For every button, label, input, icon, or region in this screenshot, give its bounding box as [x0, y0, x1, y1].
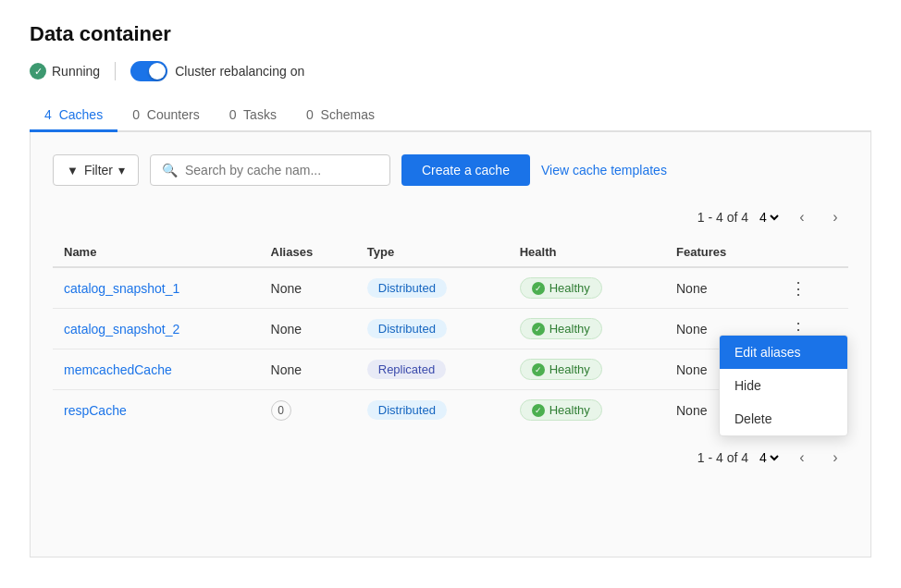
- filter-chevron-icon: ▾: [118, 163, 125, 178]
- cell-name-4: respCache: [53, 390, 260, 431]
- cell-health-1: ✓ Healthy: [509, 267, 665, 309]
- filter-label: Filter: [84, 163, 113, 178]
- cell-type-2: Distributed: [356, 309, 509, 349]
- tab-counters-count: 0: [132, 107, 140, 122]
- status-divider: [115, 62, 116, 80]
- health-badge-1: ✓ Healthy: [520, 277, 602, 299]
- pagination-bottom: 1 - 4 of 4 4 ‹ ›: [53, 445, 848, 471]
- page-size-select-bottom[interactable]: 4: [756, 449, 782, 466]
- cell-type-1: Distributed: [356, 267, 509, 309]
- cell-aliases-1: None: [260, 267, 356, 309]
- cache-table: Name Aliases Type Health Features catalo…: [53, 238, 848, 430]
- cell-features-1: None: [665, 267, 773, 309]
- running-icon: ✓: [30, 63, 46, 80]
- more-actions-btn-1[interactable]: ⋮: [784, 278, 812, 299]
- col-aliases: Aliases: [260, 238, 356, 267]
- search-icon: 🔍: [162, 163, 178, 178]
- tab-tasks-count: 0: [229, 107, 237, 122]
- type-badge-3: Replicated: [367, 360, 446, 379]
- col-name: Name: [53, 238, 260, 267]
- toggle-knob: [149, 63, 166, 80]
- tab-counters-label: Counters: [147, 107, 200, 122]
- filter-icon: ▼: [67, 164, 79, 178]
- type-badge-2: Distributed: [367, 319, 447, 338]
- cell-aliases-3: None: [260, 349, 356, 390]
- tab-counters[interactable]: 0 Counters: [117, 100, 215, 132]
- page-select-top[interactable]: 4: [756, 209, 782, 226]
- cell-actions-2: ⋮ Edit aliases Hide Delete: [773, 309, 848, 349]
- context-menu-edit-aliases[interactable]: Edit aliases: [720, 336, 847, 369]
- cell-type-3: Replicated: [356, 349, 509, 390]
- cell-type-4: Distributed: [356, 390, 509, 431]
- tab-caches[interactable]: 4 Caches: [30, 100, 117, 132]
- cluster-toggle[interactable]: [130, 61, 167, 81]
- health-icon-2: ✓: [532, 323, 545, 336]
- col-features: Features: [665, 238, 773, 267]
- col-health: Health: [509, 238, 665, 267]
- cache-table-wrapper: Name Aliases Type Health Features catalo…: [53, 238, 848, 430]
- view-templates-button[interactable]: View cache templates: [541, 163, 667, 178]
- next-page-btn-bottom[interactable]: ›: [822, 445, 848, 471]
- table-row: catalog_snapshot_1 None Distributed ✓ He…: [53, 267, 848, 309]
- health-badge-3: ✓ Healthy: [520, 359, 602, 380]
- toolbar: ▼ Filter ▾ 🔍 Create a cache View cache t…: [53, 154, 848, 186]
- tabs-bar: 4 Caches 0 Counters 0 Tasks 0 Schemas: [30, 100, 871, 132]
- content-area: ▼ Filter ▾ 🔍 Create a cache View cache t…: [30, 132, 871, 557]
- pagination-label-bottom: 1 - 4 of 4: [697, 450, 748, 465]
- cell-health-3: ✓ Healthy: [509, 349, 665, 390]
- cluster-rebalancing: Cluster rebalancing on: [130, 61, 304, 81]
- context-menu: Edit aliases Hide Delete: [719, 335, 848, 436]
- type-badge-1: Distributed: [367, 278, 447, 298]
- cell-aliases-4: 0: [260, 390, 356, 431]
- cell-actions-1: ⋮: [773, 267, 848, 309]
- page-title: Data container: [30, 22, 871, 46]
- cluster-label-text: Cluster rebalancing on: [175, 64, 304, 79]
- search-box: 🔍: [150, 154, 390, 186]
- next-page-btn-top[interactable]: ›: [822, 204, 848, 230]
- health-icon-1: ✓: [532, 282, 545, 295]
- page-container: Data container ✓ Running Cluster rebalan…: [0, 0, 901, 588]
- cell-aliases-2: None: [260, 309, 356, 349]
- cell-name-3: memcachedCache: [53, 349, 260, 390]
- alias-badge-4: 0: [271, 400, 291, 421]
- cell-health-2: ✓ Healthy: [509, 309, 665, 349]
- running-label: Running: [52, 64, 100, 79]
- health-badge-2: ✓ Healthy: [520, 318, 602, 339]
- cell-name-2: catalog_snapshot_2: [53, 309, 260, 349]
- tab-schemas-count: 0: [306, 107, 314, 122]
- pagination-top: 1 - 4 of 4 4 ‹ ›: [53, 204, 848, 230]
- col-type: Type: [356, 238, 509, 267]
- context-menu-hide[interactable]: Hide: [720, 369, 847, 402]
- type-badge-4: Distributed: [367, 400, 447, 420]
- cache-link-3[interactable]: memcachedCache: [64, 362, 172, 377]
- pagination-label-top: 1 - 4 of 4: [697, 210, 748, 225]
- create-cache-button[interactable]: Create a cache: [401, 154, 530, 186]
- tab-schemas[interactable]: 0 Schemas: [291, 100, 389, 132]
- health-icon-3: ✓: [532, 363, 545, 376]
- running-status: ✓ Running: [30, 63, 100, 80]
- prev-page-btn-bottom[interactable]: ‹: [789, 445, 815, 471]
- page-size-select-top[interactable]: 4: [756, 209, 782, 226]
- cache-link-4[interactable]: respCache: [64, 403, 127, 418]
- tab-tasks-label: Tasks: [243, 107, 277, 122]
- cell-health-4: ✓ Healthy: [509, 390, 665, 431]
- search-input[interactable]: [185, 163, 378, 178]
- table-header-row: Name Aliases Type Health Features: [53, 238, 848, 267]
- table-row: catalog_snapshot_2 None Distributed ✓ He…: [53, 309, 848, 349]
- tab-schemas-label: Schemas: [321, 107, 375, 122]
- tab-tasks[interactable]: 0 Tasks: [215, 100, 291, 132]
- page-select-bottom[interactable]: 4: [756, 449, 782, 466]
- filter-button[interactable]: ▼ Filter ▾: [53, 154, 139, 186]
- health-badge-4: ✓ Healthy: [520, 399, 602, 421]
- tab-caches-label: Caches: [59, 107, 103, 122]
- health-icon-4: ✓: [532, 404, 545, 417]
- cell-name: catalog_snapshot_1: [53, 267, 260, 309]
- context-menu-delete[interactable]: Delete: [720, 402, 847, 435]
- prev-page-btn-top[interactable]: ‹: [789, 204, 815, 230]
- status-bar: ✓ Running Cluster rebalancing on: [30, 61, 871, 81]
- col-actions: [773, 238, 848, 267]
- tab-caches-count: 4: [44, 107, 52, 122]
- cache-link-1[interactable]: catalog_snapshot_1: [64, 281, 179, 296]
- cache-link-2[interactable]: catalog_snapshot_2: [64, 322, 179, 337]
